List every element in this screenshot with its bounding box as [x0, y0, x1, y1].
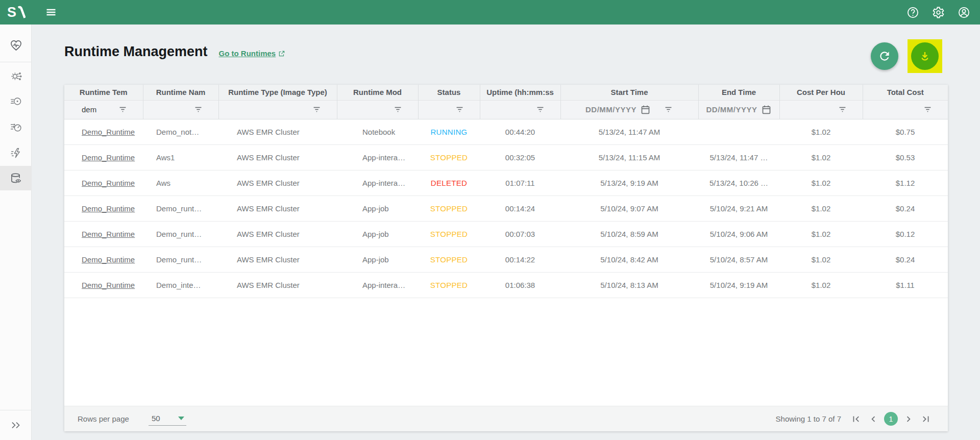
column-header-runtime-mode[interactable]: Runtime Mod	[337, 85, 418, 100]
filter-icon[interactable]	[923, 105, 933, 114]
filter-icon[interactable]	[535, 105, 545, 114]
filter-runtime-type[interactable]	[219, 101, 337, 119]
cell-end-time	[698, 119, 779, 144]
cell-end-time: 5/13/24, 10:26 …	[698, 170, 779, 195]
cell-total-cost: $0.24	[863, 195, 948, 221]
sidebar-item-gauge[interactable]	[0, 115, 32, 139]
sidebar-item-processing[interactable]	[0, 64, 32, 88]
cell-runtime-type: AWS EMR Cluster	[218, 119, 337, 144]
filter-icon[interactable]	[664, 105, 673, 114]
runtime-template-link[interactable]: Demo_Runtime	[82, 230, 135, 238]
cell-start-time: 5/10/24, 8:59 AM	[560, 221, 698, 247]
sidebar-item-runtime-data[interactable]	[0, 166, 32, 190]
cell-uptime: 00:32:05	[480, 144, 560, 170]
filter-runtime-name[interactable]	[143, 101, 218, 119]
filter-runtime-mode[interactable]	[337, 101, 418, 119]
calendar-icon[interactable]	[761, 104, 772, 115]
cell-runtime-type: AWS EMR Cluster	[218, 247, 337, 272]
filter-uptime[interactable]	[480, 101, 560, 119]
status-badge: RUNNING	[430, 128, 467, 136]
cell-runtime-mode: Notebook	[337, 119, 418, 144]
filter-start-time[interactable]: DD/MM/YYYY	[561, 101, 698, 119]
download-button[interactable]	[911, 42, 939, 70]
filter-total-cost[interactable]	[863, 101, 948, 119]
hamburger-menu-icon[interactable]	[42, 3, 60, 21]
previous-page-button[interactable]	[867, 412, 880, 426]
cell-runtime-name: Demo_runt…	[143, 195, 218, 221]
account-icon[interactable]	[954, 3, 973, 21]
help-icon[interactable]	[903, 3, 922, 21]
filter-status[interactable]	[419, 101, 480, 119]
column-header-runtime-type[interactable]: Runtime Type (Image Type)	[218, 85, 337, 100]
cell-runtime-mode: App-job	[337, 221, 418, 247]
cell-runtime-name: Demo_inte…	[143, 272, 218, 298]
column-header-total-cost[interactable]: Total Cost	[863, 85, 948, 100]
table-row: Demo_Runtime Demo_runt… AWS EMR Cluster …	[64, 195, 948, 221]
sidebar-expand-button[interactable]	[0, 413, 32, 437]
cell-total-cost: $0.24	[863, 247, 948, 272]
refresh-icon	[878, 50, 891, 63]
table-row: Demo_Runtime Aws1 AWS EMR Cluster App-in…	[64, 144, 948, 170]
column-header-start-time[interactable]: Start Time	[560, 85, 698, 100]
sidebar-item-lightning[interactable]	[0, 140, 32, 165]
filter-cost-per-hour[interactable]	[780, 101, 863, 119]
table-footer: Rows per page 50 Showing 1 to 7 of 7	[64, 406, 948, 431]
go-to-runtimes-label: Go to Runtimes	[219, 49, 276, 58]
runtime-template-link[interactable]: Demo_Runtime	[82, 204, 135, 213]
status-badge: STOPPED	[430, 255, 468, 264]
filter-icon[interactable]	[455, 105, 464, 114]
cell-runtime-mode: App-intera…	[337, 170, 418, 195]
sidebar-item-disc[interactable]	[0, 89, 32, 113]
cell-total-cost: $0.12	[863, 221, 948, 247]
column-header-runtime-template[interactable]: Runtime Tem	[64, 85, 143, 100]
gear-circuit-icon	[10, 70, 22, 83]
status-badge: STOPPED	[430, 230, 468, 238]
column-header-end-time[interactable]: End Time	[698, 85, 779, 100]
cell-start-time: 5/10/24, 8:13 AM	[560, 272, 698, 298]
filter-icon[interactable]	[312, 105, 322, 114]
cell-runtime-type: AWS EMR Cluster	[218, 272, 337, 298]
column-header-runtime-name[interactable]: Runtime Nam	[143, 85, 218, 100]
column-header-cost-per-hour[interactable]: Cost Per Hou	[779, 85, 863, 100]
refresh-button[interactable]	[871, 42, 898, 70]
column-header-uptime[interactable]: Uptime (hh:mm:ss	[480, 85, 560, 100]
cell-runtime-mode: App-job	[337, 247, 418, 272]
filter-icon[interactable]	[393, 105, 403, 114]
runtime-table-card: Runtime Tem Runtime Nam Runtime Type (Im…	[64, 85, 948, 431]
runtime-template-link[interactable]: Demo_Runtime	[82, 255, 135, 264]
cell-end-time: 5/10/24, 8:57 AM	[698, 247, 779, 272]
filter-icon[interactable]	[193, 105, 203, 114]
showing-range-text: Showing 1 to 7 of 7	[776, 414, 841, 423]
first-page-button[interactable]	[849, 412, 863, 426]
runtime-template-link[interactable]: Demo_Runtime	[82, 128, 135, 136]
status-badge: DELETED	[431, 179, 467, 187]
gauge-speed-icon	[10, 121, 22, 134]
column-header-status[interactable]: Status	[418, 85, 480, 100]
cell-uptime: 00:44:20	[480, 119, 560, 144]
cell-uptime: 01:07:11	[480, 170, 560, 195]
runtime-template-link[interactable]: Demo_Runtime	[82, 153, 135, 162]
cell-runtime-mode: App-intera…	[337, 144, 418, 170]
start-date-placeholder[interactable]: DD/MM/YYYY	[585, 105, 636, 114]
go-to-runtimes-link[interactable]: Go to Runtimes	[219, 49, 286, 58]
rows-per-page-value: 50	[152, 414, 160, 423]
settings-gear-icon[interactable]	[929, 3, 947, 21]
next-page-button[interactable]	[902, 412, 915, 426]
filter-icon[interactable]	[118, 105, 128, 114]
table-empty-area	[64, 298, 948, 406]
calendar-icon[interactable]	[640, 104, 651, 115]
filter-icon[interactable]	[838, 105, 847, 114]
external-link-icon	[278, 50, 285, 57]
runtime-template-link[interactable]: Demo_Runtime	[82, 179, 135, 187]
cell-start-time: 5/10/24, 8:42 AM	[560, 247, 698, 272]
runtime-template-link[interactable]: Demo_Runtime	[82, 281, 135, 289]
page-number-button[interactable]: 1	[884, 412, 898, 426]
sidebar-item-health[interactable]	[0, 33, 32, 57]
filter-end-time[interactable]: DD/MM/YYYY	[699, 101, 779, 119]
filter-template-value[interactable]: dem	[82, 105, 96, 114]
rows-per-page-select[interactable]: 50	[149, 412, 186, 426]
filter-runtime-template[interactable]: dem	[64, 101, 143, 119]
database-view-icon	[9, 172, 22, 185]
last-page-button[interactable]	[919, 412, 933, 426]
end-date-placeholder[interactable]: DD/MM/YYYY	[706, 105, 757, 114]
